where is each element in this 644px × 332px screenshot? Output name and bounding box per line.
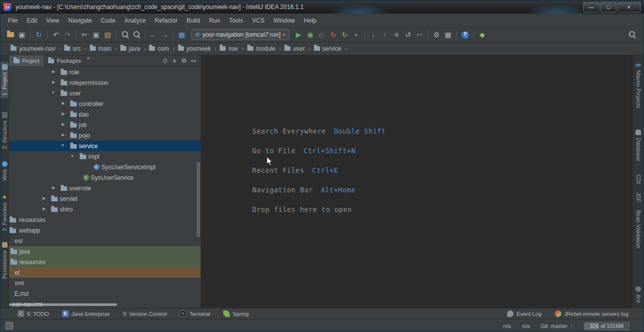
tool-tab-web[interactable]: Web (1, 159, 9, 183)
forward-icon[interactable]: → (159, 30, 171, 40)
tree-row-user[interactable]: ▼user (9, 88, 201, 98)
tree-row-shiro[interactable]: ▶shiro (9, 204, 201, 214)
tool-tab-2-favorites[interactable]: ★2: Favorites (1, 192, 9, 234)
menu-edit[interactable]: Edit (22, 15, 42, 26)
tree-row-rolepermission[interactable]: ▶rolepermission (9, 77, 201, 88)
tree-row-sysuserservice[interactable]: ISysUserService (9, 172, 201, 183)
collapsed-arrow-icon[interactable]: ▶ (52, 70, 55, 74)
tool-button-9-version-control[interactable]: 9: Version Control (123, 311, 167, 317)
breadcrumb-item-src[interactable]: src (64, 45, 81, 52)
expanded-arrow-icon[interactable]: ▼ (51, 91, 55, 95)
tool-button-event-log[interactable]: Event Log (507, 310, 542, 317)
settings-icon[interactable]: ⚙ (181, 57, 187, 64)
tree-row-resources[interactable]: resources (9, 214, 201, 225)
tool-tab-1-project[interactable]: 1: Project (1, 62, 9, 98)
vcs-update-icon[interactable]: ↓ (368, 30, 379, 40)
breadcrumb-item-user[interactable]: user (284, 45, 304, 52)
jrebel-run-icon[interactable]: ↻ (328, 30, 339, 40)
tool-tab-maven-projects[interactable]: mMaven Projects (633, 60, 643, 111)
collapsed-arrow-icon[interactable]: ▶ (62, 123, 65, 127)
breadcrumb-item-youmeek-nav[interactable]: youmeek-nav (11, 45, 55, 52)
tool-button-java-enterprise[interactable]: EJava Enterprise (62, 310, 110, 317)
cut-icon[interactable]: ✂ (79, 30, 90, 40)
coverage-icon[interactable]: ◎ (316, 30, 328, 40)
breadcrumb-item-com[interactable]: com (149, 45, 169, 52)
menu-window[interactable]: Window (269, 15, 299, 26)
breadcrumb-item-module[interactable]: module (247, 45, 275, 52)
hide-panel-icon[interactable]: ↦ (191, 57, 196, 64)
tree-row-job[interactable]: ▶job (9, 120, 201, 130)
tool-tab-2-structure[interactable]: 2: Structure (1, 110, 9, 152)
tree-row-pojo[interactable]: ▶pojo (9, 130, 201, 141)
menu-help[interactable]: Help (299, 15, 321, 26)
expanded-arrow-icon[interactable]: ▼ (70, 154, 74, 158)
tree-row-et[interactable]: et (9, 267, 201, 278)
settings-icon[interactable]: ⚙ (431, 30, 442, 40)
locate-icon[interactable]: ⊙ (163, 57, 168, 64)
tool-button-spring[interactable]: Spring (223, 310, 249, 317)
expanded-arrow-icon[interactable]: ▼ (61, 144, 65, 148)
tree-row-xml[interactable]: xml (9, 278, 201, 288)
tree-row-resources[interactable]: resources (9, 257, 201, 267)
breadcrumb-item-youmeek[interactable]: youmeek (178, 45, 211, 52)
git-branch-widget[interactable]: Git: master↕ (541, 323, 573, 329)
copy-icon[interactable]: ▣ (90, 30, 102, 40)
collapsed-arrow-icon[interactable]: ▶ (62, 101, 65, 105)
menu-run[interactable]: Run (205, 15, 225, 26)
tree-row-webapp[interactable]: webapp (9, 225, 201, 236)
tree-row-e-md[interactable]: E.md (9, 288, 201, 299)
run-icon[interactable]: ▶ (293, 30, 304, 40)
status-na-1[interactable]: n/a (503, 323, 511, 329)
sync-icon[interactable]: ↻ (33, 30, 45, 40)
jrebel-debug-icon[interactable]: ↻ (339, 30, 351, 40)
breadcrumb-item-main[interactable]: main (90, 45, 111, 52)
help-icon[interactable]: ? (459, 30, 471, 40)
run-config-selector[interactable]: ⚙your-navigation [tomcat7:run]▾ (191, 29, 289, 40)
collapsed-arrow-icon[interactable]: ▶ (52, 80, 55, 84)
tool-tab-bean-validation[interactable]: Bean Validation (633, 207, 643, 251)
editor[interactable]: Search EverywhereDouble ShiftGo to FileC… (201, 55, 627, 308)
tree-row-java[interactable]: java (9, 246, 201, 257)
tab-project[interactable]: Project (9, 55, 44, 66)
tree-row-impl[interactable]: ▼impl (9, 151, 201, 162)
vcs-history-icon[interactable]: ↺ (402, 30, 414, 40)
undo-icon[interactable]: ↶ (50, 30, 62, 40)
tree-row-eek-nav-iml[interactable]: eek-nav.iml (9, 299, 201, 308)
breadcrumb-item-nav[interactable]: nav (220, 45, 238, 52)
redo-icon[interactable]: ↷ (62, 30, 73, 40)
menu-analyze[interactable]: Analyze (120, 15, 150, 26)
collapsed-arrow-icon[interactable]: ▶ (43, 207, 46, 211)
vcs-revert-icon[interactable]: ↩ (414, 30, 425, 40)
vcs-commit-icon[interactable]: ↑ (379, 30, 391, 40)
make-project-icon[interactable]: ▦ (176, 30, 188, 40)
menu-vcs[interactable]: VCS (248, 15, 269, 26)
collapsed-arrow-icon[interactable]: ▶ (62, 133, 65, 137)
back-icon[interactable]: ← (147, 30, 159, 40)
menu-navigate[interactable]: Navigate (64, 15, 96, 26)
tool-window-toggle-icon[interactable] (6, 322, 13, 329)
tool-tab-cdi[interactable]: CDI (633, 172, 643, 186)
tree-row-servlet[interactable]: ▶servlet (9, 193, 201, 204)
menu-tools[interactable]: Tools (225, 15, 248, 26)
tool-tab-jsf[interactable]: JSF (633, 190, 643, 205)
editor-scroll-strip[interactable] (627, 55, 632, 308)
tool-button-jrebel-remote-servers-log[interactable]: JRebel remote servers log (555, 310, 628, 317)
tool-button-6-todo[interactable]: ✓6: TODO (18, 310, 49, 317)
tree-row-userrole[interactable]: ▶userrole (9, 183, 201, 193)
tool-tab-ant[interactable]: Ant (633, 284, 643, 305)
replace-icon[interactable] (130, 30, 142, 40)
save-icon[interactable]: ▣ (16, 30, 28, 40)
breadcrumb-item-service[interactable]: service (314, 45, 342, 52)
tree-row-dao[interactable]: ▶dao (9, 109, 201, 120)
vcs-compare-icon[interactable]: ≡ (391, 30, 402, 40)
project-structure-icon[interactable]: ▦ (442, 30, 454, 40)
tree-row-service[interactable]: ▼service (9, 141, 201, 151)
menu-code[interactable]: Code (96, 15, 120, 26)
menu-refactor[interactable]: Refactor (150, 15, 182, 26)
tree-row-controller[interactable]: ▶controller (9, 98, 201, 109)
tool-button-terminal[interactable]: >Terminal (180, 310, 210, 317)
status-na-2[interactable]: n/a (522, 323, 530, 329)
jrebel-icon[interactable]: ◆ (476, 30, 488, 40)
tree-row-sysuserserviceimpl[interactable]: CSysUserServiceImpl (9, 162, 201, 172)
find-icon[interactable] (119, 30, 130, 40)
